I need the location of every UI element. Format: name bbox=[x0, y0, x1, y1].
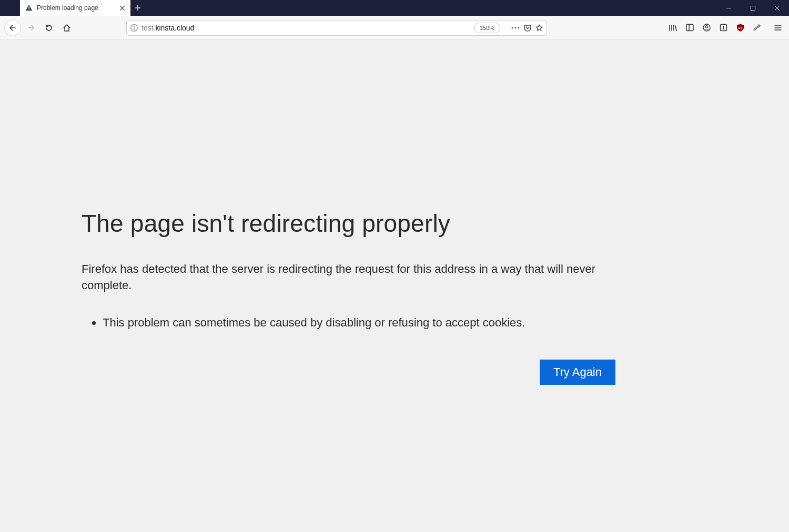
svg-point-8 bbox=[518, 27, 520, 28]
ublock-icon[interactable]: uo bbox=[732, 20, 748, 36]
bookmark-star-icon[interactable] bbox=[535, 24, 543, 32]
svg-point-12 bbox=[705, 26, 707, 28]
account-icon[interactable] bbox=[699, 20, 714, 36]
forward-button[interactable] bbox=[23, 20, 39, 36]
tab-strip: Problem loading page bbox=[0, 0, 789, 16]
warning-icon bbox=[25, 4, 33, 12]
svg-rect-1 bbox=[28, 9, 29, 10]
svg-rect-2 bbox=[751, 6, 755, 10]
error-title: The page isn't redirecting properly bbox=[82, 209, 615, 238]
window-controls bbox=[716, 0, 789, 16]
tab-title: Problem loading page bbox=[37, 4, 115, 12]
browser-tab[interactable]: Problem loading page bbox=[20, 0, 130, 16]
svg-rect-5 bbox=[134, 27, 134, 30]
svg-rect-0 bbox=[28, 6, 29, 8]
svg-rect-9 bbox=[686, 25, 693, 31]
try-again-button[interactable]: Try Again bbox=[540, 360, 615, 385]
zoom-badge[interactable]: 150% bbox=[474, 23, 500, 33]
url-prefix: test. bbox=[141, 24, 155, 32]
error-description: Firefox has detected that the server is … bbox=[82, 261, 615, 294]
hamburger-menu-icon[interactable] bbox=[770, 20, 786, 36]
url-text: test.kinsta.cloud bbox=[141, 24, 471, 32]
error-suggestions: This problem can sometimes be caused by … bbox=[82, 315, 615, 331]
maximize-button[interactable] bbox=[741, 0, 765, 16]
sidebar-toggle-icon[interactable] bbox=[682, 20, 697, 36]
home-button[interactable] bbox=[59, 20, 75, 36]
reload-button[interactable] bbox=[41, 20, 57, 36]
close-tab-icon[interactable] bbox=[119, 5, 125, 11]
close-window-button[interactable] bbox=[765, 0, 789, 16]
toolbar-right: uo bbox=[612, 20, 786, 36]
error-suggestion-item: This problem can sometimes be caused by … bbox=[103, 315, 615, 331]
page-content: The page isn't redirecting properly Fire… bbox=[0, 40, 789, 532]
back-button[interactable] bbox=[4, 19, 21, 36]
site-info-icon[interactable] bbox=[130, 24, 138, 32]
extension-sketch-icon[interactable] bbox=[749, 20, 765, 36]
pocket-icon[interactable] bbox=[523, 24, 532, 32]
page-actions-icon[interactable] bbox=[511, 24, 520, 32]
navigation-toolbar: test.kinsta.cloud 150% uo bbox=[0, 16, 789, 40]
new-tab-button[interactable] bbox=[130, 0, 145, 16]
svg-text:uo: uo bbox=[738, 26, 742, 29]
svg-point-7 bbox=[515, 27, 517, 28]
error-container: The page isn't redirecting properly Fire… bbox=[82, 209, 615, 385]
library-icon[interactable] bbox=[665, 20, 681, 36]
minimize-button[interactable] bbox=[716, 0, 741, 16]
extension-container-icon[interactable] bbox=[715, 20, 731, 36]
url-bar[interactable]: test.kinsta.cloud 150% bbox=[126, 20, 547, 36]
svg-point-4 bbox=[134, 26, 135, 27]
svg-point-6 bbox=[512, 27, 513, 28]
url-host: kinsta.cloud bbox=[155, 24, 194, 32]
